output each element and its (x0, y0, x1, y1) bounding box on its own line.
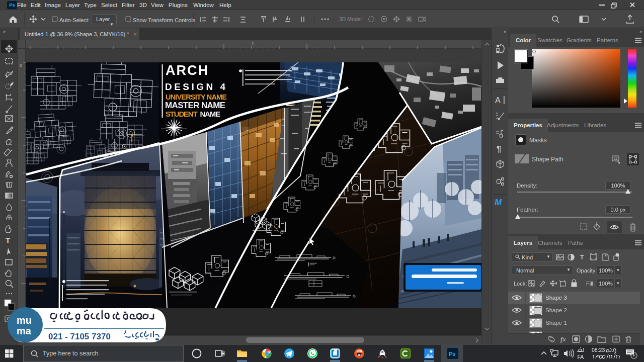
svg-text:1: 1 (252, 41, 254, 46)
svg-text:ma: ma (17, 325, 32, 336)
svg-text:3D Mode:: 3D Mode: (339, 16, 362, 22)
svg-text:Like: Like (357, 353, 362, 356)
svg-text:M: M (495, 198, 502, 207)
svg-text:MASTER NAME: MASTER NAME (165, 101, 225, 110)
svg-text:¶: ¶ (497, 144, 501, 154)
svg-text:T: T (6, 236, 10, 244)
svg-text:UNIVERSITY NAME: UNIVERSITY NAME (166, 93, 227, 101)
svg-text:STUDENTNAME: STUDENTNAME (166, 110, 220, 118)
svg-text:mu: mu (17, 315, 32, 326)
svg-text:fx: fx (560, 335, 566, 343)
svg-text:0: 0 (20, 63, 22, 68)
svg-text:VPN: VPN (357, 349, 362, 352)
svg-text:08:23: 08:23 (592, 347, 605, 353)
svg-text:A: A (495, 96, 501, 105)
svg-text:021 - 7105 7370: 021 - 7105 7370 (48, 332, 111, 341)
svg-text:T: T (580, 254, 584, 261)
svg-text:Ps: Ps (449, 351, 455, 357)
svg-text:FA: FA (578, 354, 584, 360)
